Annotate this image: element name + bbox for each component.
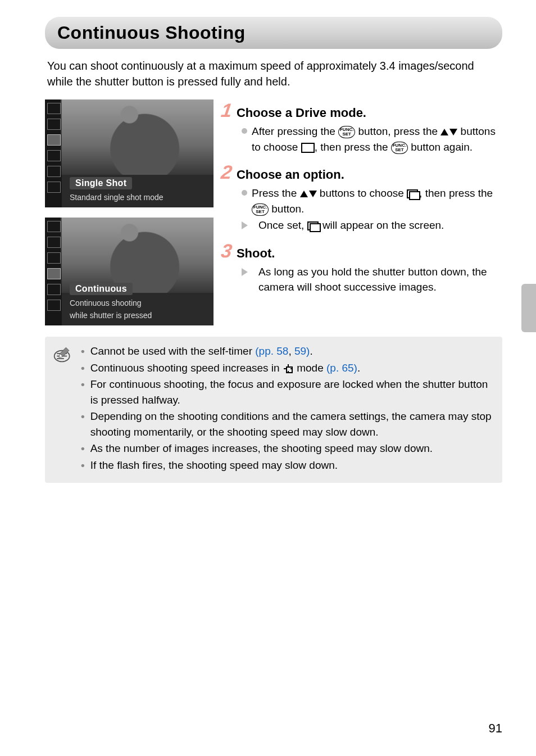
- result-line: Once set, will appear on the screen.: [242, 218, 502, 233]
- up-down-buttons-icon: [300, 191, 317, 197]
- screenshots-column: Single Shot Standard single shot mode Co…: [45, 99, 214, 325]
- ui-icon-strip: [45, 99, 62, 207]
- screenshot-label-area: Single Shot Standard single shot mode: [67, 175, 214, 207]
- screenshot-label-area: Continuous Continuous shooting while shu…: [67, 280, 214, 325]
- page-reference-link[interactable]: (p. 65): [326, 362, 357, 374]
- step-number: 2: [220, 162, 234, 182]
- camera-screenshot-single-shot: Single Shot Standard single shot mode: [45, 99, 214, 207]
- screenshot-mode-desc-line1: Continuous shooting: [70, 298, 210, 307]
- instruction-text: Press the buttons to choose , then press…: [252, 185, 502, 216]
- step-1-heading: 1 Choose a Drive mode.: [221, 101, 502, 120]
- note-item: • For continuous shooting, the focus and…: [81, 377, 494, 408]
- instruction-line: Press the buttons to choose , then press…: [242, 185, 502, 216]
- page-number: 91: [489, 721, 502, 736]
- notes-list: • Cannot be used with the self-timer (pp…: [81, 342, 494, 474]
- bullet-icon: •: [81, 343, 85, 359]
- bullet-icon: •: [81, 377, 85, 408]
- sample-photo: [61, 99, 214, 175]
- note-item: • If the flash fires, the shooting speed…: [81, 458, 494, 473]
- size-icon: [47, 182, 61, 193]
- page: Continuous Shooting You can shoot contin…: [0, 0, 536, 756]
- section-heading-bar: Continuous Shooting: [45, 17, 502, 49]
- instruction-text: After pressing the FUNC. SET button, pre…: [252, 124, 502, 155]
- result-arrow-icon: [242, 221, 254, 229]
- mode-icon: [47, 221, 61, 232]
- page-reference-link[interactable]: (pp. 58: [255, 345, 288, 357]
- result-text: Once set, will appear on the screen.: [258, 218, 444, 233]
- bullet-icon: •: [81, 441, 85, 456]
- bullet-icon: [242, 128, 247, 134]
- continuous-icon: [407, 189, 419, 198]
- steps-column: 1 Choose a Drive mode. After pressing th…: [221, 99, 502, 325]
- note-text: For continuous shooting, the focus and e…: [90, 377, 494, 408]
- size-icon: [47, 300, 61, 311]
- bullet-icon: •: [81, 360, 85, 376]
- step-number: 1: [220, 101, 234, 120]
- step-1-body: After pressing the FUNC. SET button, pre…: [242, 124, 502, 155]
- content-row: Single Shot Standard single shot mode Co…: [45, 99, 502, 325]
- camera-screenshot-continuous: Continuous Continuous shooting while shu…: [45, 218, 214, 325]
- single-shot-icon: [47, 252, 61, 264]
- bullet-icon: •: [81, 409, 85, 440]
- screenshot-mode-desc: Standard single shot mode: [70, 193, 210, 202]
- single-shot-icon: [301, 143, 315, 153]
- mode-icon: [47, 103, 61, 114]
- bullet-icon: •: [81, 458, 85, 473]
- mode-icon: [47, 119, 61, 130]
- note-item: • Continuous shooting speed increases in…: [81, 360, 494, 376]
- step-2-body: Press the buttons to choose , then press…: [242, 185, 502, 233]
- func-set-button-icon: FUNC. SET: [338, 126, 355, 138]
- continuous-icon: [307, 221, 320, 230]
- note-text: If the flash fires, the shooting speed m…: [90, 458, 338, 473]
- func-set-button-icon: FUNC. SET: [391, 142, 408, 154]
- intro-paragraph: You can shoot continuously at a maximum …: [47, 58, 500, 89]
- bullet-icon: [242, 190, 247, 196]
- aspect-icon: [47, 284, 61, 295]
- result-text: As long as you hold the shutter button d…: [258, 264, 502, 295]
- screenshot-mode-desc-line2: while shutter is pressed: [70, 311, 210, 320]
- ui-icon-strip: [45, 218, 62, 325]
- chapter-side-tab: [521, 284, 536, 332]
- note-item: • Cannot be used with the self-timer (pp…: [81, 343, 494, 359]
- page-reference-link[interactable]: 59): [294, 345, 310, 357]
- note-item: • As the number of images increases, the…: [81, 441, 494, 456]
- step-3-body: As long as you hold the shutter button d…: [242, 264, 502, 295]
- continuous-icon: [47, 150, 61, 161]
- note-item: • Depending on the shooting conditions a…: [81, 409, 494, 440]
- low-light-mode-icon: [283, 363, 294, 374]
- instruction-line: After pressing the FUNC. SET button, pre…: [242, 124, 502, 155]
- result-arrow-icon: [242, 268, 254, 276]
- single-shot-icon: [47, 134, 61, 146]
- mode-icon: [47, 237, 61, 248]
- step-2-heading: 2 Choose an option.: [221, 162, 502, 182]
- notes-box: • Cannot be used with the self-timer (pp…: [45, 337, 502, 483]
- screenshot-mode-label: Single Shot: [70, 177, 132, 189]
- step-number: 3: [220, 241, 234, 260]
- page-title: Continuous Shooting: [57, 22, 490, 43]
- step-title: Shoot.: [237, 246, 275, 261]
- func-set-button-icon: FUNC. SET: [252, 203, 269, 216]
- screenshot-mode-label: Continuous: [70, 283, 133, 295]
- note-text: As the number of images increases, the s…: [90, 441, 433, 456]
- result-line: As long as you hold the shutter button d…: [242, 264, 502, 295]
- note-text: Cannot be used with the self-timer (pp. …: [90, 343, 313, 359]
- step-title: Choose a Drive mode.: [237, 106, 366, 120]
- aspect-icon: [47, 166, 61, 177]
- note-text: Continuous shooting speed increases in m…: [90, 360, 361, 376]
- step-3-heading: 3 Shoot.: [221, 241, 502, 261]
- step-title: Choose an option.: [237, 168, 344, 182]
- up-down-buttons-icon: [440, 129, 457, 135]
- note-text: Depending on the shooting conditions and…: [90, 409, 494, 440]
- note-pencil-icon: [53, 342, 73, 474]
- continuous-icon: [47, 268, 61, 279]
